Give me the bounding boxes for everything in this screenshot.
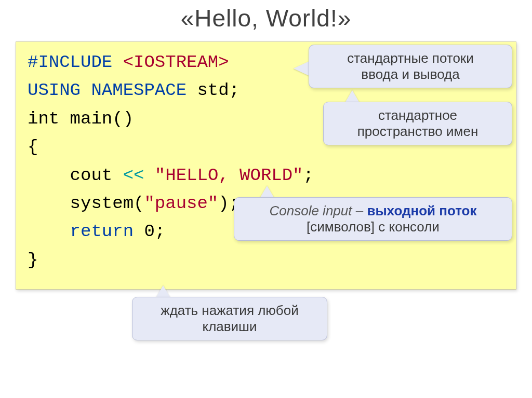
callout-pointer-namespace (345, 90, 360, 103)
callout-iostream: стандартные потоки ввода и вывода (309, 45, 512, 88)
tok-cout: cout (28, 166, 123, 185)
tok-zero: 0 (144, 222, 154, 241)
callout-pointer-iostream (294, 61, 309, 76)
callout-pointer-cout (260, 186, 274, 198)
callout-text: стандартное (335, 107, 500, 123)
code-line-5: cout << "Hello, World"; (28, 161, 504, 189)
tok-include: #include (28, 52, 123, 72)
callout-text: стандартные потоки (321, 50, 500, 66)
tok-iostream: <iostream> (123, 52, 229, 72)
slide-title: «Hello, World!» (0, 4, 532, 32)
callout-bold: выходной поток (367, 203, 476, 218)
callout-pause: ждать нажатия любой клавиши (132, 297, 327, 340)
tok-insert-op: << (123, 166, 155, 185)
tok-std: std; (197, 80, 240, 100)
callout-italic: Console input (270, 203, 352, 218)
tok-pause-str: "pause" (144, 194, 218, 213)
callout-text: клавиши (144, 319, 315, 335)
tok-return: return (28, 222, 144, 241)
callout-text: ждать нажатия любой (144, 303, 315, 319)
callout-pointer-pause (156, 285, 170, 298)
callout-text: пространство имен (335, 123, 500, 140)
callout-text: Console input – выходной поток (246, 203, 500, 219)
code-line-8: } (28, 246, 504, 274)
tok-using: using (28, 80, 91, 100)
tok-namespace: namespace (91, 80, 197, 100)
callout-text: ввода и вывода (321, 66, 500, 83)
tok-semicolon-2: ; (155, 222, 165, 241)
tok-hello-str: "Hello, World" (155, 166, 303, 185)
callout-cout: Console input – выходной поток [символов… (234, 197, 512, 241)
callout-namespace: стандартное пространство имен (323, 102, 512, 145)
callout-text: [символов] с консоли (246, 219, 500, 235)
tok-system: system( (28, 194, 144, 213)
tok-semicolon-1: ; (303, 166, 314, 185)
callout-dash: – (352, 203, 367, 218)
